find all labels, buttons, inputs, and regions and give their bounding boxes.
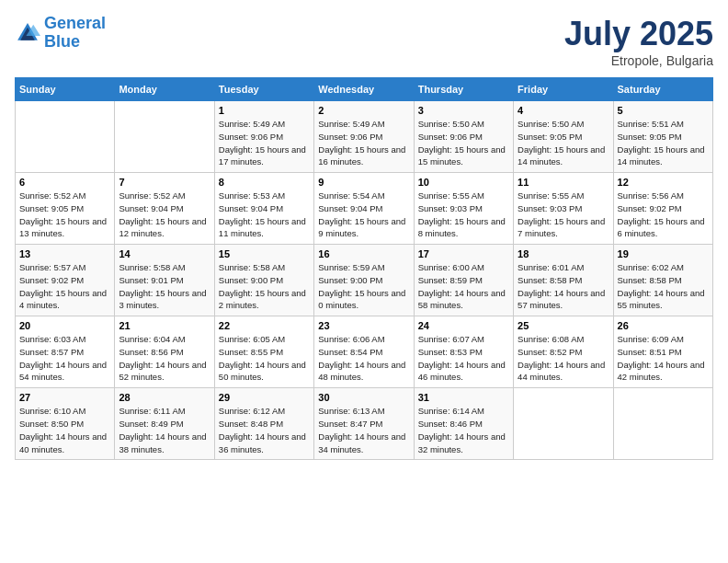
day-number: 13 xyxy=(19,248,110,259)
day-info: Sunrise: 6:13 AMSunset: 8:47 PMDaylight:… xyxy=(318,405,409,455)
calendar-cell: 28Sunrise: 6:11 AMSunset: 8:49 PMDayligh… xyxy=(115,388,214,460)
weekday-header: Friday xyxy=(514,78,613,101)
calendar-cell: 26Sunrise: 6:09 AMSunset: 8:51 PMDayligh… xyxy=(613,316,712,388)
day-number: 18 xyxy=(518,248,609,259)
day-info: Sunrise: 5:58 AMSunset: 9:00 PMDaylight:… xyxy=(219,261,310,312)
day-info: Sunrise: 5:49 AMSunset: 9:06 PMDaylight:… xyxy=(219,118,310,168)
calendar-cell: 16Sunrise: 5:59 AMSunset: 9:00 PMDayligh… xyxy=(314,245,414,316)
day-number: 5 xyxy=(618,105,709,116)
weekday-header: Wednesday xyxy=(314,78,414,101)
day-number: 29 xyxy=(219,392,310,403)
day-info: Sunrise: 6:14 AMSunset: 8:46 PMDaylight:… xyxy=(418,405,509,455)
calendar-week-row: 20Sunrise: 6:03 AMSunset: 8:57 PMDayligh… xyxy=(16,316,713,388)
day-info: Sunrise: 6:06 AMSunset: 8:54 PMDaylight:… xyxy=(318,333,409,384)
calendar-body: 1Sunrise: 5:49 AMSunset: 9:06 PMDaylight… xyxy=(16,101,713,460)
day-info: Sunrise: 5:50 AMSunset: 9:05 PMDaylight:… xyxy=(518,118,609,168)
day-info: Sunrise: 6:09 AMSunset: 8:51 PMDaylight:… xyxy=(618,333,709,384)
logo: General Blue xyxy=(15,15,106,52)
day-number: 8 xyxy=(219,177,310,188)
calendar-cell: 22Sunrise: 6:05 AMSunset: 8:55 PMDayligh… xyxy=(214,316,313,388)
weekday-row: SundayMondayTuesdayWednesdayThursdayFrid… xyxy=(16,78,713,101)
day-number: 7 xyxy=(119,177,210,188)
day-info: Sunrise: 5:59 AMSunset: 9:00 PMDaylight:… xyxy=(318,261,409,312)
weekday-header: Tuesday xyxy=(214,78,313,101)
day-number: 15 xyxy=(219,248,310,259)
day-info: Sunrise: 6:07 AMSunset: 8:53 PMDaylight:… xyxy=(418,333,509,384)
day-info: Sunrise: 6:08 AMSunset: 8:52 PMDaylight:… xyxy=(518,333,609,384)
day-info: Sunrise: 5:52 AMSunset: 9:05 PMDaylight:… xyxy=(19,190,110,240)
location-subtitle: Etropole, Bulgaria xyxy=(564,53,713,68)
calendar-cell: 19Sunrise: 6:02 AMSunset: 8:58 PMDayligh… xyxy=(613,245,712,316)
calendar-cell: 29Sunrise: 6:12 AMSunset: 8:48 PMDayligh… xyxy=(214,388,313,460)
day-number: 9 xyxy=(318,177,409,188)
day-number: 11 xyxy=(518,177,609,188)
calendar-header: SundayMondayTuesdayWednesdayThursdayFrid… xyxy=(16,78,713,101)
calendar-cell: 18Sunrise: 6:01 AMSunset: 8:58 PMDayligh… xyxy=(514,245,613,316)
calendar-cell: 6Sunrise: 5:52 AMSunset: 9:05 PMDaylight… xyxy=(16,173,115,245)
calendar-cell: 12Sunrise: 5:56 AMSunset: 9:02 PMDayligh… xyxy=(613,173,712,245)
logo-icon xyxy=(15,20,40,46)
calendar-cell xyxy=(514,388,613,460)
day-info: Sunrise: 5:52 AMSunset: 9:04 PMDaylight:… xyxy=(119,190,210,240)
day-number: 16 xyxy=(318,248,409,259)
calendar-cell: 2Sunrise: 5:49 AMSunset: 9:06 PMDaylight… xyxy=(314,101,414,173)
logo-text: General Blue xyxy=(44,15,106,52)
day-info: Sunrise: 5:57 AMSunset: 9:02 PMDaylight:… xyxy=(19,261,110,312)
calendar-week-row: 6Sunrise: 5:52 AMSunset: 9:05 PMDaylight… xyxy=(16,173,713,245)
calendar-cell: 21Sunrise: 6:04 AMSunset: 8:56 PMDayligh… xyxy=(115,316,214,388)
calendar-cell: 3Sunrise: 5:50 AMSunset: 9:06 PMDaylight… xyxy=(414,101,513,173)
day-number: 25 xyxy=(518,320,609,331)
day-number: 27 xyxy=(19,392,110,403)
calendar-cell: 17Sunrise: 6:00 AMSunset: 8:59 PMDayligh… xyxy=(414,245,513,316)
weekday-header: Sunday xyxy=(16,78,115,101)
day-number: 22 xyxy=(219,320,310,331)
weekday-header: Monday xyxy=(115,78,214,101)
day-number: 6 xyxy=(19,177,110,188)
title-block: July 2025 Etropole, Bulgaria xyxy=(564,15,713,68)
day-info: Sunrise: 6:03 AMSunset: 8:57 PMDaylight:… xyxy=(19,333,110,384)
calendar-cell: 31Sunrise: 6:14 AMSunset: 8:46 PMDayligh… xyxy=(414,388,513,460)
day-number: 3 xyxy=(418,105,509,116)
day-info: Sunrise: 5:51 AMSunset: 9:05 PMDaylight:… xyxy=(618,118,709,168)
day-info: Sunrise: 6:11 AMSunset: 8:49 PMDaylight:… xyxy=(119,405,210,455)
day-info: Sunrise: 6:01 AMSunset: 8:58 PMDaylight:… xyxy=(518,261,609,312)
weekday-header: Thursday xyxy=(414,78,513,101)
calendar-cell xyxy=(16,101,115,173)
day-number: 1 xyxy=(219,105,310,116)
calendar-cell: 8Sunrise: 5:53 AMSunset: 9:04 PMDaylight… xyxy=(214,173,313,245)
day-number: 20 xyxy=(19,320,110,331)
day-number: 26 xyxy=(618,320,709,331)
calendar-cell: 25Sunrise: 6:08 AMSunset: 8:52 PMDayligh… xyxy=(514,316,613,388)
day-number: 28 xyxy=(119,392,210,403)
calendar-cell: 27Sunrise: 6:10 AMSunset: 8:50 PMDayligh… xyxy=(16,388,115,460)
day-number: 31 xyxy=(418,392,509,403)
day-number: 21 xyxy=(119,320,210,331)
day-info: Sunrise: 6:12 AMSunset: 8:48 PMDaylight:… xyxy=(219,405,310,455)
month-title: July 2025 xyxy=(564,15,713,53)
day-info: Sunrise: 5:50 AMSunset: 9:06 PMDaylight:… xyxy=(418,118,509,168)
calendar-cell: 1Sunrise: 5:49 AMSunset: 9:06 PMDaylight… xyxy=(214,101,313,173)
day-info: Sunrise: 5:58 AMSunset: 9:01 PMDaylight:… xyxy=(119,261,210,312)
calendar-cell: 5Sunrise: 5:51 AMSunset: 9:05 PMDaylight… xyxy=(613,101,712,173)
weekday-header: Saturday xyxy=(613,78,712,101)
page-header: General Blue July 2025 Etropole, Bulgari… xyxy=(15,15,713,68)
calendar-week-row: 27Sunrise: 6:10 AMSunset: 8:50 PMDayligh… xyxy=(16,388,713,460)
day-number: 19 xyxy=(618,248,709,259)
day-number: 4 xyxy=(518,105,609,116)
day-info: Sunrise: 6:05 AMSunset: 8:55 PMDaylight:… xyxy=(219,333,310,384)
day-number: 12 xyxy=(618,177,709,188)
calendar-cell: 23Sunrise: 6:06 AMSunset: 8:54 PMDayligh… xyxy=(314,316,414,388)
calendar-table: SundayMondayTuesdayWednesdayThursdayFrid… xyxy=(15,77,713,460)
calendar-week-row: 13Sunrise: 5:57 AMSunset: 9:02 PMDayligh… xyxy=(16,245,713,316)
calendar-cell: 15Sunrise: 5:58 AMSunset: 9:00 PMDayligh… xyxy=(214,245,313,316)
day-number: 2 xyxy=(318,105,409,116)
calendar-cell xyxy=(613,388,712,460)
calendar-week-row: 1Sunrise: 5:49 AMSunset: 9:06 PMDaylight… xyxy=(16,101,713,173)
day-info: Sunrise: 6:04 AMSunset: 8:56 PMDaylight:… xyxy=(119,333,210,384)
day-number: 17 xyxy=(418,248,509,259)
day-number: 24 xyxy=(418,320,509,331)
calendar-cell: 24Sunrise: 6:07 AMSunset: 8:53 PMDayligh… xyxy=(414,316,513,388)
calendar-cell: 4Sunrise: 5:50 AMSunset: 9:05 PMDaylight… xyxy=(514,101,613,173)
calendar-cell xyxy=(115,101,214,173)
calendar-cell: 13Sunrise: 5:57 AMSunset: 9:02 PMDayligh… xyxy=(16,245,115,316)
